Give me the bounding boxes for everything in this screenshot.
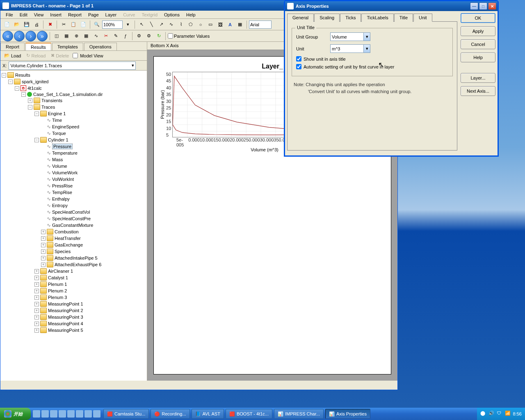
tree-node[interactable]: +MeasuringPoint 3 xyxy=(2,314,146,320)
tool-fx-icon[interactable]: ƒ xyxy=(121,32,130,41)
tree-node[interactable]: ∿TempRise xyxy=(2,189,146,196)
tab-results[interactable]: Results xyxy=(25,43,51,50)
tree-node[interactable]: +Catalyst 1 xyxy=(2,274,146,281)
tree-node[interactable]: ∿Entropy xyxy=(2,202,146,209)
tree-node[interactable]: −Engine 1 xyxy=(2,110,146,117)
delete-icon[interactable]: ✖ xyxy=(46,20,55,29)
tree-node[interactable]: +AttachedExhaustPipe 6 xyxy=(2,261,146,268)
table-icon[interactable]: ▦ xyxy=(235,20,244,29)
tab-unit[interactable]: Unit xyxy=(413,14,432,22)
tree-node[interactable]: +GasExchange xyxy=(2,242,146,248)
tree-node[interactable]: +Species xyxy=(2,248,146,255)
tree-node[interactable]: +MeasuringPoint 1 xyxy=(2,301,146,307)
tree-node[interactable]: −B4t1calc xyxy=(2,85,146,91)
ql-chrome-icon[interactable] xyxy=(41,410,49,418)
tree-node[interactable]: +Combustion xyxy=(2,228,146,235)
tab-general[interactable]: General xyxy=(287,14,314,22)
system-tray[interactable]: ⬤ 🔊 🛡 📶 8:56 xyxy=(477,408,525,420)
dialog-titlebar[interactable]: Axis Properties — □ ✕ xyxy=(285,1,498,11)
tree-node[interactable]: ∿SpecHeatConstVol xyxy=(2,209,146,215)
tree-node[interactable]: −Cylinder 1 xyxy=(2,137,146,143)
tree-node[interactable]: −Results xyxy=(2,72,146,78)
tab-scaling[interactable]: Scaling xyxy=(314,14,340,22)
close-icon[interactable]: ✕ xyxy=(488,2,496,10)
zoom-input[interactable] xyxy=(102,21,123,29)
tool-refresh-icon[interactable]: ↻ xyxy=(154,32,163,41)
task-recording[interactable]: 🔴Recording... xyxy=(151,409,189,419)
ql-app1-icon[interactable] xyxy=(50,410,57,418)
tree-node[interactable]: +AttachedIntakePipe 5 xyxy=(2,255,146,261)
tree-node[interactable]: −Traces xyxy=(2,104,146,110)
tree-node[interactable]: +Plenum 3 xyxy=(2,294,146,301)
nav-last-icon[interactable]: » xyxy=(37,31,48,41)
tree-node[interactable]: ∿Time xyxy=(2,117,146,123)
ql-app3-icon[interactable] xyxy=(67,410,75,418)
tree-node[interactable]: +MeasuringPoint 5 xyxy=(2,327,146,333)
rect-icon[interactable]: ▭ xyxy=(206,20,215,29)
ql-ie-icon[interactable] xyxy=(33,410,40,418)
next-axis-button[interactable]: Next Axis... xyxy=(461,86,495,96)
x-combo[interactable]: Volume.Cylinder 1.Traces ▾ xyxy=(9,62,136,70)
polygon-icon[interactable]: ⬠ xyxy=(186,20,195,29)
ql-app4-icon[interactable] xyxy=(76,410,83,418)
copy-icon[interactable]: 📋 xyxy=(69,20,78,29)
tree-node[interactable]: +Transients xyxy=(2,97,146,104)
menu-help[interactable]: Help xyxy=(183,11,199,18)
tree-node[interactable]: +AirCleaner 1 xyxy=(2,268,146,274)
nav-next-icon[interactable]: › xyxy=(25,31,36,41)
tab-title[interactable]: Title xyxy=(394,14,413,22)
menu-edit[interactable]: Edit xyxy=(16,11,31,18)
help-button[interactable]: Help xyxy=(461,52,495,62)
tab-ticklabels[interactable]: TickLabels xyxy=(361,14,393,22)
tool-gear1-icon[interactable]: ⚙ xyxy=(135,32,144,41)
arrow-line-icon[interactable]: ↗ xyxy=(157,20,166,29)
apply-button[interactable]: Apply xyxy=(461,26,495,36)
tree-node[interactable]: ∿Volume xyxy=(2,163,146,169)
tree-node[interactable]: +MeasuringPoint 4 xyxy=(2,320,146,327)
tree-node[interactable]: +Plenum 1 xyxy=(2,281,146,288)
tree-node[interactable]: −Case_Set_1.Case_1.simulation.dir xyxy=(2,91,146,97)
font-input[interactable] xyxy=(249,21,272,29)
ellipse-icon[interactable]: ○ xyxy=(196,20,205,29)
print-icon[interactable]: 🖨 xyxy=(32,20,41,29)
unit-group-combo[interactable]: Volume ▾ xyxy=(330,32,370,41)
tree-node[interactable]: +MeasuringPoint 2 xyxy=(2,307,146,314)
tool-edit-icon[interactable]: ✎ xyxy=(111,32,120,41)
tree-node[interactable]: ∿Mass xyxy=(2,156,146,163)
tool-wave-icon[interactable]: ∿ xyxy=(91,32,100,41)
delete-button[interactable]: ✖Delete xyxy=(49,52,71,59)
paste-icon[interactable]: 📄 xyxy=(79,20,88,29)
tool-b-icon[interactable]: ▦ xyxy=(62,32,71,41)
tree-node[interactable]: −spark_ignited xyxy=(2,78,146,85)
line-icon[interactable]: ╲ xyxy=(147,20,156,29)
tool-a-icon[interactable]: ◫ xyxy=(52,32,61,41)
task-impress[interactable]: 📊IMPRESS Char... xyxy=(274,409,324,419)
text-icon[interactable]: A xyxy=(226,20,235,29)
tab-ticks[interactable]: Ticks xyxy=(340,14,361,22)
results-tree[interactable]: −Results−spark_ignited−B4t1calc−Case_Set… xyxy=(0,71,147,335)
model-view-checkbox[interactable] xyxy=(73,53,78,58)
menu-file[interactable]: File xyxy=(2,11,16,18)
tab-templates[interactable]: Templates xyxy=(52,43,83,50)
tree-node[interactable]: ∿Temperature xyxy=(2,150,146,156)
tray-icon-2[interactable]: 🔊 xyxy=(488,411,495,417)
curve-icon[interactable]: ∿ xyxy=(167,20,176,29)
cancel-button[interactable]: Cancel xyxy=(461,39,495,49)
tool-cut-icon[interactable]: ✂ xyxy=(101,32,110,41)
tree-node[interactable]: +Plenum 2 xyxy=(2,288,146,294)
tab-operations[interactable]: Operations xyxy=(84,43,117,50)
tray-icon-3[interactable]: 🛡 xyxy=(497,411,503,417)
tool-target-icon[interactable]: ⊕ xyxy=(72,32,81,41)
ql-app5-icon[interactable] xyxy=(84,410,92,418)
tree-node[interactable]: ∿Pressure xyxy=(2,143,146,150)
auto-unit-checkbox[interactable] xyxy=(296,64,301,69)
save-icon[interactable]: 💾 xyxy=(22,20,31,29)
reload-button[interactable]: ↻Reload xyxy=(25,52,47,59)
menu-view[interactable]: View xyxy=(31,11,47,18)
menu-options[interactable]: Options xyxy=(161,11,183,18)
show-unit-checkbox[interactable] xyxy=(296,56,301,62)
menu-layer[interactable]: Layer xyxy=(102,11,120,18)
menu-insert[interactable]: Insert xyxy=(47,11,65,18)
tool-grid-icon[interactable]: ▦ xyxy=(82,32,91,41)
ok-button[interactable]: OK xyxy=(461,13,495,23)
